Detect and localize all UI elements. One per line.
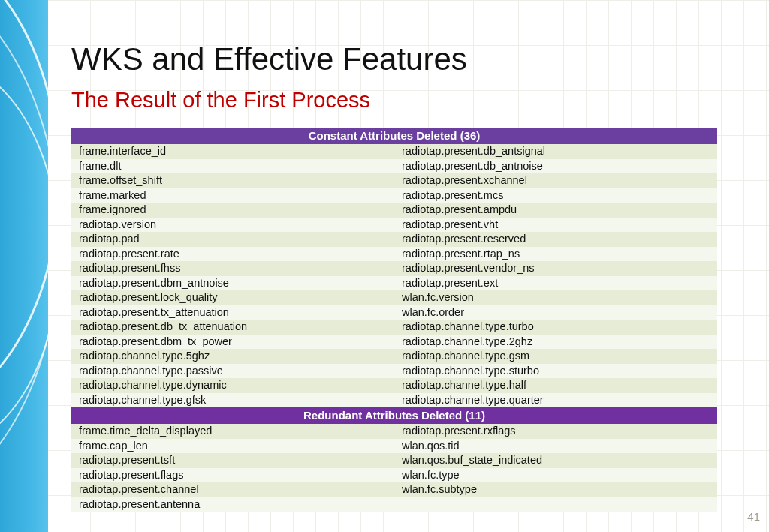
slide-content: WKS and Effective Features The Result of… [71, 41, 725, 512]
table-row: frame.ignoredradiotap.present.ampdu [71, 203, 717, 218]
table-row: frame.offset_shiftradiotap.present.xchan… [71, 173, 717, 188]
table-body-constant: frame.interface_idradiotap.present.db_an… [71, 144, 717, 407]
table-header-constant: Constant Attributes Deleted (36) [71, 128, 717, 144]
table-row: radiotap.padradiotap.present.reserved [71, 232, 717, 247]
cell-left: radiotap.present.fhss [71, 261, 394, 276]
cell-right [394, 497, 717, 512]
cell-left: frame.interface_id [71, 144, 394, 159]
cell-right: radiotap.present.mcs [394, 188, 717, 203]
cell-left: radiotap.present.antenna [71, 497, 394, 512]
cell-right: radiotap.present.ampdu [394, 203, 717, 218]
cell-right: radiotap.present.reserved [394, 232, 717, 247]
cell-left: radiotap.present.channel [71, 482, 394, 497]
cell-right: radiotap.present.db_antsignal [394, 144, 717, 159]
cell-right: wlan.fc.order [394, 305, 717, 320]
table-row: radiotap.present.lock_qualitywlan.fc.ver… [71, 290, 717, 305]
cell-left: frame.ignored [71, 203, 394, 218]
cell-right: wlan.qos.buf_state_indicated [394, 453, 717, 468]
cell-right: radiotap.channel.type.quarter [394, 393, 717, 408]
tables-container: Constant Attributes Deleted (36) frame.i… [71, 128, 717, 512]
table-row: frame.cap_lenwlan.qos.tid [71, 439, 717, 454]
cell-left: radiotap.version [71, 218, 394, 233]
cell-right: radiotap.present.rxflags [394, 424, 717, 439]
table-row: radiotap.channel.type.passiveradiotap.ch… [71, 364, 717, 379]
table-row: radiotap.present.rateradiotap.present.rt… [71, 247, 717, 262]
cell-right: radiotap.channel.type.sturbo [394, 364, 717, 379]
table-row: radiotap.present.flagswlan.fc.type [71, 468, 717, 483]
table-row: frame.markedradiotap.present.mcs [71, 188, 717, 203]
cell-left: radiotap.channel.type.dynamic [71, 378, 394, 393]
cell-left: radiotap.present.tx_attenuation [71, 305, 394, 320]
cell-right: radiotap.present.ext [394, 276, 717, 291]
cell-right: radiotap.present.xchannel [394, 173, 717, 188]
cell-left: radiotap.channel.type.passive [71, 364, 394, 379]
cell-left: radiotap.present.rate [71, 247, 394, 262]
table-row: frame.time_delta_displayedradiotap.prese… [71, 424, 717, 439]
cell-right: radiotap.present.vht [394, 218, 717, 233]
cell-left: frame.dlt [71, 159, 394, 174]
slide-subtitle: The Result of the First Process [71, 88, 725, 113]
slide-left-decoration [0, 0, 48, 532]
cell-left: frame.cap_len [71, 439, 394, 454]
cell-right: wlan.fc.version [394, 290, 717, 305]
table-row: radiotap.present.tsftwlan.qos.buf_state_… [71, 453, 717, 468]
cell-left: frame.offset_shift [71, 173, 394, 188]
table-row: radiotap.versionradiotap.present.vht [71, 218, 717, 233]
cell-left: frame.marked [71, 188, 394, 203]
cell-left: radiotap.present.db_tx_attenuation [71, 320, 394, 335]
table-row: frame.dltradiotap.present.db_antnoise [71, 159, 717, 174]
table-header-redundant: Redundant Attributes Deleted (11) [71, 407, 717, 424]
cell-right: wlan.fc.subtype [394, 482, 717, 497]
cell-left: radiotap.channel.type.gfsk [71, 393, 394, 408]
cell-right: radiotap.present.db_antnoise [394, 159, 717, 174]
cell-right: wlan.qos.tid [394, 439, 717, 454]
cell-right: radiotap.channel.type.gsm [394, 349, 717, 364]
table-row: radiotap.present.dbm_antnoiseradiotap.pr… [71, 276, 717, 291]
cell-left: radiotap.present.lock_quality [71, 290, 394, 305]
cell-right: radiotap.channel.type.2ghz [394, 335, 717, 350]
table-row: radiotap.present.antenna [71, 497, 717, 512]
table-row: radiotap.present.channelwlan.fc.subtype [71, 482, 717, 497]
table-row: frame.interface_idradiotap.present.db_an… [71, 144, 717, 159]
cell-left: radiotap.present.dbm_tx_power [71, 335, 394, 350]
cell-left: radiotap.present.flags [71, 468, 394, 483]
cell-left: radiotap.present.tsft [71, 453, 394, 468]
cell-right: wlan.fc.type [394, 468, 717, 483]
cell-right: radiotap.channel.type.turbo [394, 320, 717, 335]
table-body-redundant: frame.time_delta_displayedradiotap.prese… [71, 424, 717, 512]
table-row: radiotap.channel.type.5ghzradiotap.chann… [71, 349, 717, 364]
cell-right: radiotap.present.rtap_ns [394, 247, 717, 262]
table-row: radiotap.channel.type.gfskradiotap.chann… [71, 393, 717, 408]
slide-title: WKS and Effective Features [71, 41, 725, 77]
cell-left: radiotap.channel.type.5ghz [71, 349, 394, 364]
cell-left: frame.time_delta_displayed [71, 424, 394, 439]
cell-left: radiotap.present.dbm_antnoise [71, 276, 394, 291]
cell-right: radiotap.present.vendor_ns [394, 261, 717, 276]
table-row: radiotap.present.fhssradiotap.present.ve… [71, 261, 717, 276]
cell-right: radiotap.channel.type.half [394, 378, 717, 393]
cell-left: radiotap.pad [71, 232, 394, 247]
table-row: radiotap.present.db_tx_attenuationradiot… [71, 320, 717, 335]
table-row: radiotap.present.dbm_tx_powerradiotap.ch… [71, 335, 717, 350]
table-row: radiotap.present.tx_attenuationwlan.fc.o… [71, 305, 717, 320]
page-number: 41 [747, 510, 760, 523]
table-row: radiotap.channel.type.dynamicradiotap.ch… [71, 378, 717, 393]
